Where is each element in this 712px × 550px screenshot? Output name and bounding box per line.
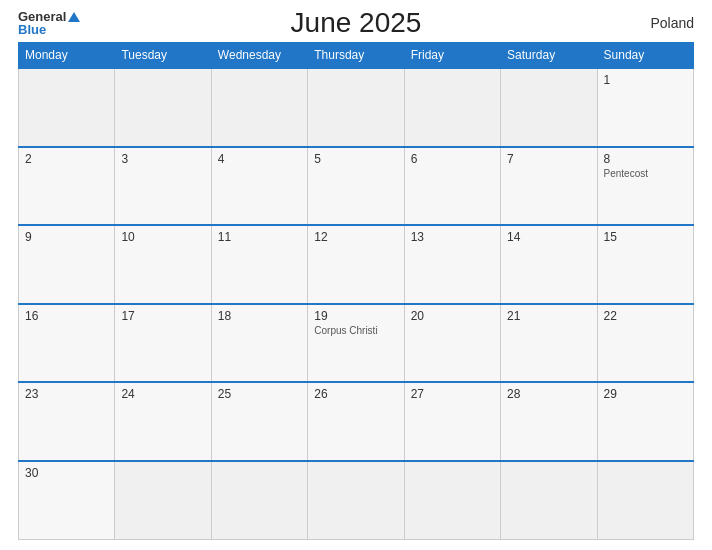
calendar-cell: 3	[115, 147, 211, 226]
logo-triangle-icon	[68, 12, 80, 22]
calendar-cell	[404, 68, 500, 147]
day-number: 22	[604, 309, 687, 323]
calendar-cell: 13	[404, 225, 500, 304]
day-number: 7	[507, 152, 590, 166]
calendar-cell: 30	[19, 461, 115, 540]
day-number: 21	[507, 309, 590, 323]
calendar-week-row: 1	[19, 68, 694, 147]
day-number: 4	[218, 152, 301, 166]
day-number: 25	[218, 387, 301, 401]
calendar-cell: 27	[404, 382, 500, 461]
calendar-cell	[115, 461, 211, 540]
calendar-cell: 22	[597, 304, 693, 383]
day-number: 6	[411, 152, 494, 166]
logo: General Blue	[18, 10, 80, 36]
calendar-cell: 10	[115, 225, 211, 304]
logo-blue-text: Blue	[18, 23, 46, 36]
calendar-cell: 8Pentecost	[597, 147, 693, 226]
calendar-table: MondayTuesdayWednesdayThursdayFridaySatu…	[18, 42, 694, 540]
day-number: 1	[604, 73, 687, 87]
calendar-cell: 6	[404, 147, 500, 226]
weekday-header-sunday: Sunday	[597, 43, 693, 69]
calendar-cell: 21	[501, 304, 597, 383]
calendar-week-row: 2345678Pentecost	[19, 147, 694, 226]
weekday-header-tuesday: Tuesday	[115, 43, 211, 69]
day-number: 14	[507, 230, 590, 244]
calendar-cell	[308, 461, 404, 540]
day-number: 24	[121, 387, 204, 401]
day-number: 16	[25, 309, 108, 323]
calendar-week-row: 23242526272829	[19, 382, 694, 461]
day-number: 8	[604, 152, 687, 166]
calendar-cell	[211, 68, 307, 147]
weekday-header-friday: Friday	[404, 43, 500, 69]
calendar-cell	[501, 461, 597, 540]
day-number: 10	[121, 230, 204, 244]
event-label: Corpus Christi	[314, 325, 397, 336]
calendar-header: General Blue June 2025 Poland	[18, 10, 694, 36]
calendar-cell: 9	[19, 225, 115, 304]
day-number: 11	[218, 230, 301, 244]
calendar-cell	[308, 68, 404, 147]
calendar-cell: 20	[404, 304, 500, 383]
event-label: Pentecost	[604, 168, 687, 179]
weekday-header-row: MondayTuesdayWednesdayThursdayFridaySatu…	[19, 43, 694, 69]
day-number: 28	[507, 387, 590, 401]
calendar-cell: 12	[308, 225, 404, 304]
calendar-cell: 14	[501, 225, 597, 304]
calendar-cell	[19, 68, 115, 147]
day-number: 17	[121, 309, 204, 323]
calendar-cell: 29	[597, 382, 693, 461]
calendar-cell: 1	[597, 68, 693, 147]
weekday-header-monday: Monday	[19, 43, 115, 69]
calendar-cell: 15	[597, 225, 693, 304]
calendar-cell: 24	[115, 382, 211, 461]
day-number: 26	[314, 387, 397, 401]
calendar-cell: 2	[19, 147, 115, 226]
country-label: Poland	[650, 15, 694, 31]
day-number: 27	[411, 387, 494, 401]
day-number: 18	[218, 309, 301, 323]
day-number: 15	[604, 230, 687, 244]
calendar-cell	[404, 461, 500, 540]
calendar-week-row: 9101112131415	[19, 225, 694, 304]
calendar-cell: 5	[308, 147, 404, 226]
calendar-cell: 17	[115, 304, 211, 383]
calendar-week-row: 30	[19, 461, 694, 540]
calendar-cell	[597, 461, 693, 540]
day-number: 30	[25, 466, 108, 480]
day-number: 20	[411, 309, 494, 323]
calendar-cell	[501, 68, 597, 147]
calendar-cell: 16	[19, 304, 115, 383]
calendar-cell: 25	[211, 382, 307, 461]
day-number: 5	[314, 152, 397, 166]
calendar-cell: 23	[19, 382, 115, 461]
day-number: 23	[25, 387, 108, 401]
calendar-cell: 28	[501, 382, 597, 461]
calendar-cell	[115, 68, 211, 147]
calendar-cell: 4	[211, 147, 307, 226]
weekday-header-saturday: Saturday	[501, 43, 597, 69]
calendar-week-row: 16171819Corpus Christi202122	[19, 304, 694, 383]
day-number: 3	[121, 152, 204, 166]
day-number: 13	[411, 230, 494, 244]
calendar-cell: 7	[501, 147, 597, 226]
calendar-cell: 26	[308, 382, 404, 461]
day-number: 2	[25, 152, 108, 166]
weekday-header-wednesday: Wednesday	[211, 43, 307, 69]
calendar-cell: 18	[211, 304, 307, 383]
calendar-cell: 19Corpus Christi	[308, 304, 404, 383]
day-number: 12	[314, 230, 397, 244]
day-number: 19	[314, 309, 397, 323]
calendar-cell	[211, 461, 307, 540]
page-title: June 2025	[291, 7, 422, 39]
weekday-header-thursday: Thursday	[308, 43, 404, 69]
calendar-cell: 11	[211, 225, 307, 304]
day-number: 9	[25, 230, 108, 244]
day-number: 29	[604, 387, 687, 401]
